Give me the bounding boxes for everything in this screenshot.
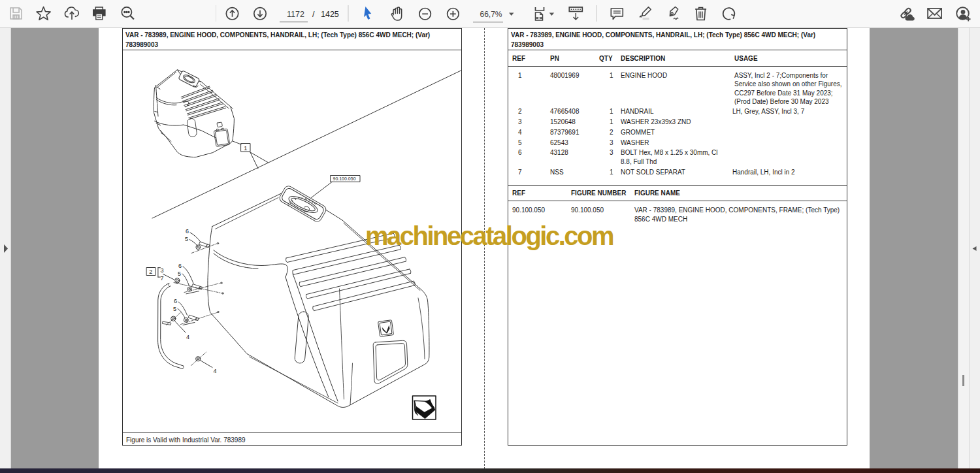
svg-text:66,7%: 66,7% bbox=[480, 10, 502, 19]
svg-text:90.100.050: 90.100.050 bbox=[333, 176, 356, 181]
svg-text:3: 3 bbox=[161, 267, 164, 274]
svg-text:6: 6 bbox=[178, 263, 182, 269]
svg-text:2: 2 bbox=[149, 269, 152, 275]
svg-text:6: 6 bbox=[174, 298, 177, 304]
svg-text:/: / bbox=[312, 10, 315, 19]
svg-text:5: 5 bbox=[178, 270, 181, 277]
svg-text:5: 5 bbox=[185, 236, 188, 242]
svg-text:1: 1 bbox=[244, 145, 247, 152]
svg-text:7: 7 bbox=[161, 275, 164, 282]
svg-text:4: 4 bbox=[214, 368, 217, 374]
svg-text:5: 5 bbox=[173, 306, 176, 312]
svg-text:6: 6 bbox=[186, 228, 189, 235]
svg-text:1425: 1425 bbox=[321, 10, 339, 19]
svg-text:1172: 1172 bbox=[287, 10, 304, 19]
svg-text:4: 4 bbox=[186, 334, 189, 340]
